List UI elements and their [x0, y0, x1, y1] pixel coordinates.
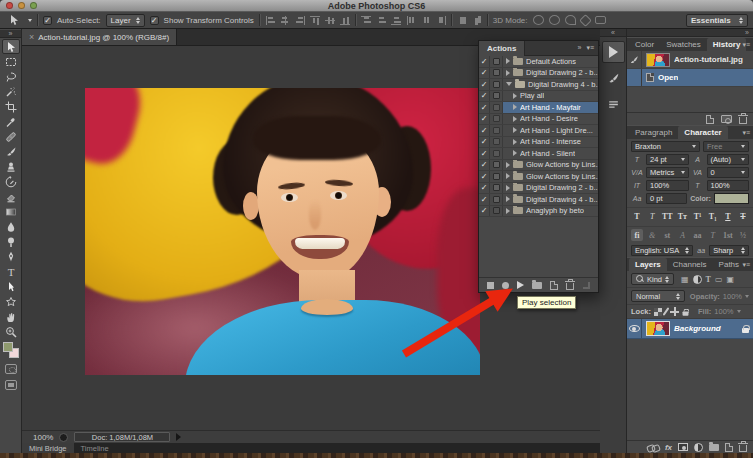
- action-row[interactable]: ✓Art Hand - Intense: [479, 137, 598, 149]
- baseline-shift-field[interactable]: 0 pt: [646, 193, 687, 204]
- type-tool[interactable]: T: [2, 264, 20, 279]
- action-check-icon[interactable]: ✓: [479, 171, 490, 182]
- action-row[interactable]: ✓Art Hand - Silent: [479, 148, 598, 160]
- dodge-tool[interactable]: [2, 234, 20, 249]
- distribute-right-edges-icon[interactable]: [436, 16, 446, 25]
- lasso-tool[interactable]: [2, 69, 20, 84]
- strikethrough-button[interactable]: T: [737, 210, 749, 222]
- expand-arrow-icon[interactable]: [506, 208, 510, 214]
- layer-name[interactable]: Background: [674, 324, 738, 333]
- lock-position-icon[interactable]: [670, 307, 679, 316]
- stop-playing-icon[interactable]: [487, 282, 494, 289]
- expand-arrow-icon[interactable]: [513, 104, 517, 110]
- zoom-tool[interactable]: [2, 324, 20, 339]
- new-snapshot-icon[interactable]: [721, 115, 732, 123]
- gradient-tool[interactable]: [2, 204, 20, 219]
- collapse-panel-icon[interactable]: »: [577, 44, 581, 52]
- crop-tool[interactable]: [2, 99, 20, 114]
- blend-mode-dropdown[interactable]: Normal: [631, 290, 685, 302]
- distribute-top-edges-icon[interactable]: [361, 16, 371, 25]
- actions-panel-dock-icon[interactable]: [602, 41, 625, 63]
- panel-menu-icon[interactable]: ▾≡: [742, 41, 750, 49]
- kerning-field[interactable]: Metrics: [646, 167, 689, 178]
- resize-grip[interactable]: [583, 282, 590, 289]
- layer-thumbnail[interactable]: [646, 321, 670, 336]
- align-top-edges-icon[interactable]: [310, 16, 320, 25]
- opacity-value[interactable]: 100%: [723, 292, 742, 301]
- action-modal-toggle[interactable]: [490, 148, 503, 159]
- eyedropper-tool[interactable]: [2, 114, 20, 129]
- action-row[interactable]: ✓Art Hand - Desire: [479, 114, 598, 126]
- 3d-drag-icon[interactable]: [565, 15, 576, 25]
- filter-smart-objects-icon[interactable]: ▣: [726, 275, 734, 284]
- action-modal-toggle[interactable]: [490, 114, 503, 125]
- lock-image-pixels-icon[interactable]: [663, 307, 670, 316]
- auto-align-layers-alt-icon[interactable]: [472, 16, 482, 25]
- action-check-icon[interactable]: ✓: [479, 68, 490, 79]
- faux-bold-button[interactable]: T: [631, 210, 643, 222]
- zoom-level[interactable]: 100%: [33, 433, 53, 442]
- action-check-icon[interactable]: ✓: [479, 125, 490, 136]
- 3d-slide-icon[interactable]: [579, 14, 592, 27]
- align-vertical-centers-icon[interactable]: [325, 16, 335, 25]
- tab-mini-bridge[interactable]: Mini Bridge: [22, 443, 74, 453]
- quick-selection-tool[interactable]: [2, 84, 20, 99]
- action-modal-toggle[interactable]: [490, 125, 503, 136]
- align-right-edges-icon[interactable]: [295, 16, 305, 25]
- path-selection-tool[interactable]: [2, 279, 20, 294]
- action-modal-toggle[interactable]: [490, 68, 503, 79]
- move-tool[interactable]: [2, 39, 20, 54]
- action-check-icon[interactable]: ✓: [479, 114, 490, 125]
- expand-arrow-icon[interactable]: [506, 185, 510, 191]
- action-row-selected[interactable]: ✓Art Hand - Mayfair: [479, 102, 598, 114]
- expand-arrow-icon[interactable]: [506, 196, 510, 202]
- 3d-rotate-icon[interactable]: [533, 15, 544, 25]
- new-adjustment-layer-icon[interactable]: [694, 443, 703, 452]
- expand-dock-icon[interactable]: «: [600, 29, 626, 37]
- title-bar[interactable]: Adobe Photoshop CS6: [0, 0, 753, 12]
- fill-value[interactable]: 100%: [714, 307, 733, 316]
- hand-tool[interactable]: [2, 309, 20, 324]
- tab-swatches[interactable]: Swatches: [660, 38, 707, 51]
- filter-pixel-layers-icon[interactable]: ▦: [681, 275, 689, 284]
- 3d-roll-icon[interactable]: [549, 15, 560, 25]
- small-caps-button[interactable]: Tᴛ: [676, 210, 688, 222]
- action-row[interactable]: ✓Glow Actions by Lins...: [479, 160, 598, 172]
- document-size-info[interactable]: Doc: 1,08M/1,08M: [74, 432, 170, 442]
- tab-history[interactable]: History: [707, 38, 747, 51]
- align-bottom-edges-icon[interactable]: [340, 16, 350, 25]
- status-menu-arrow-icon[interactable]: [176, 433, 181, 441]
- clone-stamp-tool[interactable]: [2, 159, 20, 174]
- delete-layer-icon[interactable]: [739, 445, 747, 452]
- set-source-column[interactable]: [627, 51, 642, 68]
- auto-select-target-dropdown[interactable]: Layer: [106, 14, 145, 27]
- expand-arrow-icon[interactable]: [513, 139, 517, 145]
- filter-kind-dropdown[interactable]: Kind: [631, 273, 674, 285]
- adobe-drive-icon[interactable]: [59, 433, 68, 442]
- action-row[interactable]: ✓Glow Actions by Lins...: [479, 171, 598, 183]
- filter-adjustment-layers-icon[interactable]: [693, 275, 702, 284]
- zoom-window-button[interactable]: [30, 2, 37, 9]
- distribute-vertical-centers-icon[interactable]: [376, 16, 386, 25]
- healing-brush-tool[interactable]: [2, 129, 20, 144]
- tool-presets-dock-icon[interactable]: [602, 93, 625, 115]
- action-row[interactable]: ✓Digital Drawing 2 - b...: [479, 183, 598, 195]
- font-family-field[interactable]: Braxton: [631, 141, 700, 152]
- discretionary-ligatures-button[interactable]: st: [661, 229, 673, 241]
- photo[interactable]: [85, 88, 480, 375]
- move-tool-option-icon[interactable]: [5, 13, 23, 28]
- lock-transparent-pixels-icon[interactable]: [654, 308, 662, 316]
- distribute-bottom-edges-icon[interactable]: [391, 16, 401, 25]
- tab-paragraph[interactable]: Paragraph: [629, 126, 678, 139]
- close-window-button[interactable]: [6, 2, 13, 9]
- vertical-scale-field[interactable]: 100%: [646, 180, 689, 191]
- marquee-tool[interactable]: [2, 54, 20, 69]
- filter-type-layers-icon[interactable]: T: [706, 275, 711, 284]
- auto-select-checkbox[interactable]: ✓: [43, 16, 52, 25]
- 3d-scale-icon[interactable]: [595, 16, 606, 24]
- action-check-icon[interactable]: ✓: [479, 183, 490, 194]
- opacity-dropdown-icon[interactable]: [745, 295, 749, 298]
- tab-color[interactable]: Color: [629, 38, 660, 51]
- show-transform-checkbox[interactable]: ✓: [150, 16, 159, 25]
- distribute-horizontal-centers-icon[interactable]: [421, 16, 431, 25]
